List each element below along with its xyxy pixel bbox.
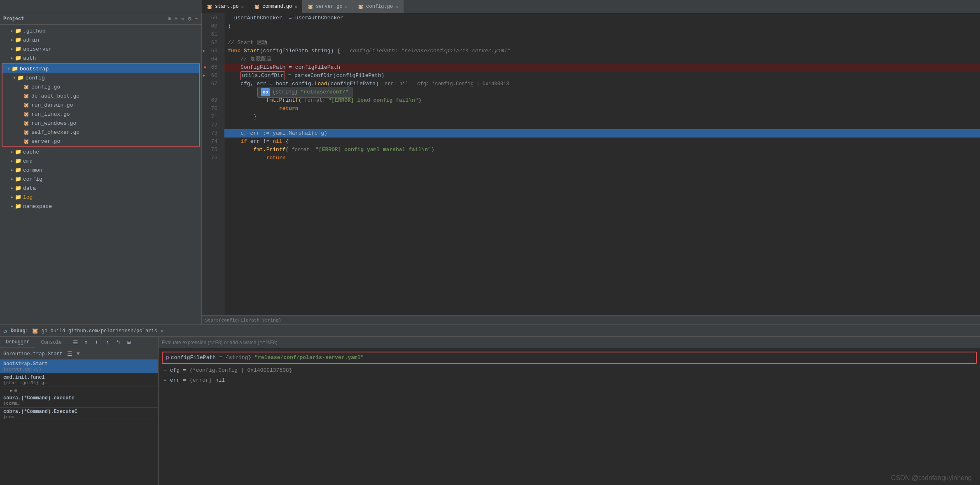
sidebar-locate-icon[interactable]: ⊕ (168, 15, 171, 22)
debug-process-close[interactable]: ✕ (161, 328, 164, 334)
tree-item-apiserver[interactable]: ▶ 📁 apiserver (0, 44, 201, 54)
file-tree: ▶ 📁 .github ▶ 📁 admin ▶ 📁 apiserver (0, 25, 201, 324)
arrow-icon: ▼ (6, 67, 12, 71)
tree-item-server-go[interactable]: 🐹 server.go (2, 137, 199, 146)
go-process-icon: 🐹 (32, 328, 38, 334)
tree-item-label: .github (23, 28, 46, 34)
tree-item-auth[interactable]: ▶ 📁 auth (0, 54, 201, 63)
stack-fn-label: cobra.(*Command).execute (3, 395, 155, 401)
debug-eval-bar (159, 337, 980, 348)
stack-item-bootstrap[interactable]: bootstrap.Start (server.go:73) (0, 360, 158, 373)
tree-item-label: log (23, 194, 33, 201)
code-line-74: if err != nil { (224, 138, 980, 146)
sidebar-gear-icon[interactable]: ⚙ (188, 15, 191, 22)
folder-icon: 📁 (17, 75, 24, 81)
var-val-configFilePath: "release/conf/polaris-server.yaml" (254, 354, 364, 361)
stack-item-cmd-init[interactable]: cmd.init.func1 {start.go:34} g… (0, 373, 158, 387)
tab-start-close[interactable]: ✕ (241, 4, 244, 9)
code-line-65: ConfigFilePath = configFilePath (224, 63, 980, 72)
tree-item-label: default_boot.go (31, 93, 79, 99)
tree-item-cmd[interactable]: ▶ 📁 cmd (0, 156, 201, 166)
tree-item-cache[interactable]: ▶ 📁 cache (0, 147, 201, 156)
debug-stack: bootstrap.Start (server.go:73) cmd.init.… (0, 360, 158, 485)
tab-server[interactable]: 🐹 server.go ✕ (303, 0, 353, 13)
breadcrumb-bar: Start(configFilePath string) (202, 315, 980, 324)
sidebar-title: Project (3, 16, 165, 22)
go-file-icon: 🐹 (23, 112, 30, 117)
tab-start[interactable]: 🐹 start.go ✕ (202, 0, 249, 13)
debug-return-icon[interactable]: ↑ (103, 338, 112, 347)
tab-config[interactable]: 🐹 config.go ✕ (353, 0, 403, 13)
tab-debugger[interactable]: Debugger (0, 337, 35, 348)
debug-label: Debug: (11, 328, 28, 334)
tree-item-run-windows-go[interactable]: 🐹 run_windows.go (2, 119, 199, 128)
code-line-69: fmt.Printf( format: "[ERROR] load config… (224, 96, 980, 105)
folder-icon: 📁 (15, 203, 21, 210)
go-file-icon-2: 🐹 (254, 4, 260, 9)
tree-item-label: namespace (23, 203, 52, 210)
sidebar-header: Project ⊕ ≡ ⇔ ⚙ − (0, 13, 201, 25)
debug-down-icon[interactable]: ⬇ (92, 338, 101, 347)
tree-item-log[interactable]: ▶ 📁 log (0, 193, 201, 202)
arrow-icon: ▶ (9, 186, 15, 191)
debug-step-icon[interactable]: ↰ (114, 338, 123, 347)
debug-refresh-icon[interactable]: ↺ (3, 327, 7, 335)
stack-item-cobra-execute[interactable]: cobra.(*Command).execute (comm… (0, 394, 158, 408)
tree-item-run-darwin-go[interactable]: 🐹 run_darwin.go (2, 100, 199, 110)
tree-item-config-go[interactable]: 🐹 config.go (2, 82, 199, 91)
tree-item-config-top[interactable]: ▶ 📁 config (0, 175, 201, 184)
tab-server-close[interactable]: ✕ (345, 4, 348, 9)
tooltip-value: "release/conf/" (301, 88, 349, 96)
tree-item-config-sub[interactable]: ▼ 📁 config (2, 73, 199, 82)
stack-expand-label: ≡ (14, 388, 17, 393)
tab-command[interactable]: 🐹 command.go ✕ (249, 0, 303, 13)
tree-item-run-linux-go[interactable]: 🐹 run_linux.go (2, 110, 199, 119)
tab-config-close[interactable]: ✕ (395, 4, 398, 9)
debug-grid-icon[interactable]: ⊞ (124, 338, 133, 347)
stack-item-cobra-executec[interactable]: cobra.(*Command).ExecuteC (com… (0, 408, 158, 421)
arrow-icon: ▶ (9, 149, 15, 154)
debug-up-icon[interactable]: ⬆ (82, 338, 91, 347)
eval-input[interactable] (162, 340, 977, 345)
var-name-err: err (170, 377, 180, 384)
tree-item-github[interactable]: ▶ 📁 .github (0, 26, 201, 35)
sidebar-minimize-icon[interactable]: − (195, 15, 198, 22)
var-eq-err: = (183, 377, 186, 384)
ln-72: 72 (202, 121, 221, 129)
tree-item-label: config (26, 75, 45, 81)
go-file-icon: 🐹 (23, 121, 30, 126)
sidebar-expand-icon[interactable]: ⇔ (181, 15, 184, 22)
stack-loc-label: (comm… (3, 401, 155, 406)
goroutine-dropdown-arrow[interactable]: ▼ (77, 351, 80, 357)
arrow-icon: ▶ (9, 56, 15, 61)
debug-left-panel: Debugger Console ☰ ⬆ ⬇ ↑ ↰ ⊞ (0, 337, 159, 485)
tab-command-close[interactable]: ✕ (294, 4, 297, 9)
tree-item-namespace[interactable]: ▶ 📁 namespace (0, 202, 201, 211)
tree-item-data[interactable]: ▶ 📁 data (0, 184, 201, 193)
folder-icon: 📁 (12, 65, 18, 72)
arrow-icon: ▶ (9, 177, 15, 182)
tab-bar: 🐹 start.go ✕ 🐹 command.go ✕ 🐹 server.go … (0, 0, 980, 13)
sidebar-collapse-icon[interactable]: ≡ (174, 15, 177, 22)
tree-item-bootstrap[interactable]: ▼ 📁 bootstrap (2, 64, 199, 73)
debug-tab-bar: Debugger Console ☰ ⬆ ⬇ ↑ ↰ ⊞ (0, 337, 158, 348)
code-lines[interactable]: userAuthChecker = userAuthChecker ) // S… (224, 13, 980, 315)
tree-item-common[interactable]: ▶ 📁 common (0, 166, 201, 175)
stack-fn-label: cobra.(*Command).ExecuteC (3, 409, 155, 415)
go-file-icon: 🐹 (23, 103, 30, 108)
stack-expand-row[interactable]: ▶ ≡ (0, 387, 158, 394)
folder-icon: 📁 (15, 55, 21, 61)
var-val-err: nil (215, 377, 225, 384)
tree-item-admin[interactable]: ▶ 📁 admin (0, 35, 201, 44)
goroutine-label: Goroutine…trap.Start (3, 351, 63, 357)
debug-list-icon[interactable]: ☰ (71, 338, 80, 347)
tree-item-default-boot-go[interactable]: 🐹 default_boot.go (2, 91, 199, 100)
tab-console[interactable]: Console (35, 337, 68, 348)
tree-item-self-checker-go[interactable]: 🐹 self_checker.go (2, 128, 199, 137)
ln-59: 59 (202, 14, 221, 22)
goroutine-list-icon[interactable]: ☰ (65, 350, 74, 359)
ln-76: 76 (202, 154, 221, 162)
code-line-76: return (224, 154, 980, 162)
stack-fn-label: bootstrap.Start (3, 361, 155, 367)
tree-item-label: bootstrap (20, 66, 49, 72)
